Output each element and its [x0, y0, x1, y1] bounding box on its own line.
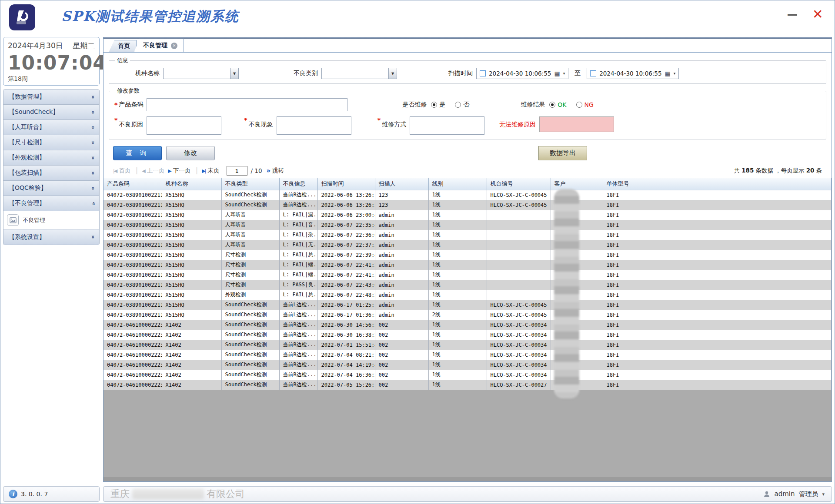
table-row[interactable]: 04072-046100002223...X1402SoundCheck检测当前…	[104, 340, 832, 350]
minimize-icon[interactable]: —	[787, 7, 798, 22]
sidebar-item-0[interactable]: 【数据管理】»	[3, 90, 99, 105]
barcode-input[interactable]	[147, 98, 347, 111]
table-row[interactable]: 04072-038901002211...X515HQSoundCheck检测当…	[104, 190, 832, 200]
column-header[interactable]: 线别	[428, 178, 487, 190]
table-cell: 2022-07-04 14:19:42	[317, 360, 375, 370]
table-cell: 04072-046100002223...	[104, 320, 162, 330]
result-ng-radio[interactable]	[576, 102, 582, 108]
defect-type-combobox[interactable]: ▼	[321, 68, 397, 79]
sidebar-subitem-defect-management[interactable]: 不良管理	[7, 214, 96, 226]
sidebar-item-3[interactable]: 【尺寸检测】»	[3, 135, 99, 150]
scan-time-from-picker[interactable]: 2024-04-30 10:06:55 ▦ ▾	[476, 68, 568, 79]
table-cell: X515HQ	[162, 290, 221, 300]
model-name-combobox[interactable]: ▼	[163, 68, 239, 79]
sidebar-item-2[interactable]: 【人耳听音】»	[3, 120, 99, 135]
column-header[interactable]: 单体型号	[603, 178, 832, 190]
table-row[interactable]: 04072-046100002223...X1402SoundCheck检测当前…	[104, 350, 832, 360]
table-row[interactable]: 04072-038901002211...X515HQSoundCheck检测当…	[104, 310, 832, 320]
combo-arrow-icon[interactable]: ▼	[230, 68, 238, 79]
combo-arrow-icon[interactable]: ▼	[388, 68, 397, 79]
table-cell: L: FAIL|音...	[279, 220, 317, 230]
cannot-repair-reason-input[interactable]	[539, 116, 614, 132]
table-cell: SoundCheck检测	[221, 350, 279, 360]
table-row[interactable]: 04072-038901002211...X515HQSoundCheck检测当…	[104, 300, 832, 310]
repair-result-label: 维修结果	[521, 101, 545, 109]
calendar-icon: ▦	[554, 70, 560, 77]
table-cell: HLCQ-SX-JC-C-00034	[487, 360, 551, 370]
query-button[interactable]: 查 询	[113, 146, 162, 160]
table-cell: X1402	[162, 350, 221, 360]
column-header[interactable]: 不良信息	[279, 178, 317, 190]
table-cell: 002	[375, 330, 428, 340]
table-cell: 2022-07-01 15:51:49	[317, 340, 375, 350]
table-row[interactable]: 04072-038901002211...X515HQ人耳听音L: FAIL|无…	[104, 240, 832, 250]
table-row[interactable]: 04072-046100002223...X1402SoundCheck检测当前…	[104, 360, 832, 370]
defect-phenomenon-input[interactable]	[277, 116, 351, 135]
last-page-button[interactable]: ▶| 末页	[202, 167, 219, 175]
tab-home[interactable]: 首页	[109, 40, 137, 52]
user-menu[interactable]: admin 管理员 ▾	[763, 490, 825, 498]
jump-button[interactable]: 跳转	[272, 167, 284, 175]
repair-method-input[interactable]	[410, 116, 484, 135]
table-cell: SoundCheck检测	[221, 320, 279, 330]
repair-yes-radio[interactable]	[431, 102, 437, 108]
chevron-down-icon: »	[90, 156, 96, 159]
column-header[interactable]: 扫描人	[375, 178, 428, 190]
table-row[interactable]: 04072-038901002211...X515HQ人耳听音L: FAIL|杂…	[104, 230, 832, 240]
prev-page-icon: ◀	[142, 168, 144, 174]
time-label: 10:07:04	[8, 52, 95, 74]
table-row[interactable]: 04072-038901002211...X515HQ外观检测L: FAIL|总…	[104, 290, 832, 300]
sidebar-menu: 【数据管理】»【SoundCheck】»【人耳听音】»【尺寸检测】»【外观检测】…	[3, 89, 100, 245]
table-cell: 18FI	[603, 370, 832, 380]
column-header[interactable]: 产品条码	[104, 178, 162, 190]
table-row[interactable]: 04072-038901002211...X515HQ尺寸检测L: FAIL|端…	[104, 260, 832, 270]
sidebar-item-1[interactable]: 【SoundCheck】»	[3, 105, 99, 120]
defect-phenomenon-label: 不良现象	[249, 121, 273, 129]
sidebar-item-7[interactable]: 【不良管理】»	[3, 196, 99, 211]
scan-time-to-checkbox[interactable]	[590, 70, 596, 76]
table-row[interactable]: 04072-038901002211...X515HQ人耳听音L: FAIL|音…	[104, 220, 832, 230]
next-page-button[interactable]: ▶ 下一页	[168, 167, 190, 175]
table-row[interactable]: 04072-038901002211...X515HQSoundCheck检测当…	[104, 200, 832, 210]
modify-button[interactable]: 修改	[166, 146, 215, 160]
table-cell: L: FAIL|漏...	[279, 210, 317, 220]
table-row[interactable]: 04072-038901002211...X515HQ尺寸检测L: FAIL|端…	[104, 270, 832, 280]
table-cell: 当前R边检...	[279, 380, 317, 390]
sidebar-item-4[interactable]: 【外观检测】»	[3, 150, 99, 166]
close-icon[interactable]: ✕	[812, 7, 823, 22]
table-cell: 2线	[428, 310, 487, 320]
company-name: 重庆 有限公司	[110, 487, 245, 501]
sidebar-item-label: 【不良管理】	[9, 199, 45, 207]
table-cell: admin	[375, 230, 428, 240]
scan-time-to-picker[interactable]: 2024-04-30 10:06:55 ▦ ▾	[587, 68, 679, 79]
sidebar-item-5[interactable]: 【包装扫描】»	[3, 166, 99, 181]
column-header[interactable]: 机台编号	[487, 178, 551, 190]
table-cell: 外观检测	[221, 290, 279, 300]
table-row[interactable]: 04072-038901002211...X515HQ尺寸检测L: PASS|良…	[104, 280, 832, 290]
repair-no-radio[interactable]	[455, 102, 461, 108]
table-row[interactable]: 04072-046100002223...X1402SoundCheck检测当前…	[104, 320, 832, 330]
tab-defect-management[interactable]: 不良管理 ✕	[134, 39, 184, 52]
scan-time-from-checkbox[interactable]	[480, 70, 486, 76]
table-row[interactable]: 04072-038901002211...X515HQ人耳听音L: FAIL|漏…	[104, 210, 832, 220]
column-header[interactable]: 不良类型	[221, 178, 279, 190]
tab-close-icon[interactable]: ✕	[171, 43, 177, 49]
prev-page-button[interactable]: ◀ 上一页	[142, 167, 164, 175]
column-header[interactable]: 扫描时间	[317, 178, 375, 190]
sidebar-item-6[interactable]: 【OQC检验】»	[3, 181, 99, 196]
first-page-button[interactable]: |◀ 首页	[113, 167, 130, 175]
table-row[interactable]: 04072-046100002223...X1402SoundCheck检测当前…	[104, 330, 832, 340]
column-header[interactable]: 客户	[551, 178, 603, 190]
info-icon: i	[9, 490, 17, 498]
defect-reason-input[interactable]	[147, 116, 221, 135]
table-cell: 2022-06-07 22:37:31	[317, 240, 375, 250]
export-button[interactable]: 数据导出	[538, 146, 587, 160]
username-label: admin	[774, 490, 795, 498]
page-number-input[interactable]	[227, 166, 247, 176]
table-row[interactable]: 04072-038901002211...X515HQ尺寸检测L: FAIL|总…	[104, 250, 832, 260]
table-row[interactable]: 04072-046100002223...X1402SoundCheck检测当前…	[104, 370, 832, 380]
sidebar-item-8[interactable]: 【系统设置】»	[3, 229, 99, 245]
table-row[interactable]: 04072-046100002223...X1402SoundCheck检测当前…	[104, 380, 832, 390]
result-ok-radio[interactable]	[549, 102, 555, 108]
column-header[interactable]: 机种名称	[162, 178, 221, 190]
